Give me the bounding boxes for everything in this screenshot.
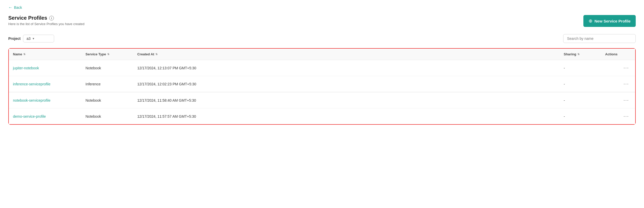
row-created-at: 12/17/2024, 12:02:23 PM GMT+5:30 <box>137 82 564 86</box>
table-row: jupiter-notebook Notebook 12/17/2024, 12… <box>9 60 635 76</box>
col-header-actions: Actions <box>605 52 631 56</box>
row-service-type: Notebook <box>85 98 137 102</box>
search-input-wrap <box>563 34 636 43</box>
row-name-link[interactable]: notebook-serviceprofile <box>13 98 51 102</box>
row-actions: ··· <box>605 96 631 104</box>
new-profile-label: New Service Profile <box>595 19 631 23</box>
col-header-service-type[interactable]: Service Type ⇅ <box>85 52 137 56</box>
new-service-profile-button[interactable]: ⊕ New Service Profile <box>583 15 636 27</box>
sort-name-icon: ⇅ <box>23 53 25 56</box>
col-header-name[interactable]: Name ⇅ <box>13 52 85 56</box>
col-name-label: Name <box>13 52 22 56</box>
plus-circle-icon: ⊕ <box>589 18 592 24</box>
page-title-text: Service Profiles <box>8 15 47 21</box>
back-link[interactable]: ← Back <box>8 5 22 10</box>
row-created-at: 12/17/2024, 12:13:07 PM GMT+5:30 <box>137 66 564 70</box>
col-sharing-label: Sharing <box>564 52 576 56</box>
actions-menu-button[interactable]: ··· <box>621 64 631 72</box>
row-service-type: Notebook <box>85 66 137 70</box>
row-name: notebook-serviceprofile <box>13 98 85 102</box>
page-subtitle: Here is the list of Service Profiles you… <box>8 22 84 26</box>
row-actions: ··· <box>605 80 631 88</box>
table-row: demo-service-profile Notebook 12/17/2024… <box>9 108 635 124</box>
row-actions: ··· <box>605 113 631 120</box>
row-sharing: - <box>564 82 605 86</box>
page-container: ← Back Service Profiles i Here is the li… <box>0 0 644 208</box>
row-sharing: - <box>564 114 605 118</box>
row-actions: ··· <box>605 64 631 72</box>
project-value: a3 <box>26 36 31 41</box>
back-arrow-icon: ← <box>8 5 12 10</box>
back-label: Back <box>14 5 22 10</box>
col-created-at-label: Created At <box>137 52 154 56</box>
project-label: Project <box>8 36 20 41</box>
row-name-link[interactable]: demo-service-profile <box>13 114 46 118</box>
table-row: inference-serviceprofile Inference 12/17… <box>9 76 635 92</box>
row-name: inference-serviceprofile <box>13 82 85 86</box>
sort-sharing-icon: ⇅ <box>577 53 579 56</box>
project-select-dropdown[interactable]: a3 ▾ <box>23 35 54 42</box>
page-title: Service Profiles i <box>8 15 84 21</box>
service-profiles-table: Name ⇅ Service Type ⇅ Created At ⇅ Shari… <box>8 48 636 125</box>
row-sharing: - <box>564 98 605 102</box>
actions-menu-button[interactable]: ··· <box>621 96 631 104</box>
row-name: demo-service-profile <box>13 114 85 118</box>
header-left: Service Profiles i Here is the list of S… <box>8 15 84 26</box>
actions-menu-button[interactable]: ··· <box>621 113 631 120</box>
row-service-type: Inference <box>85 82 137 86</box>
col-service-type-label: Service Type <box>85 52 106 56</box>
chevron-down-icon: ▾ <box>33 37 34 40</box>
row-name-link[interactable]: jupiter-notebook <box>13 66 39 70</box>
col-actions-label: Actions <box>605 52 618 56</box>
sort-service-type-icon: ⇅ <box>107 53 109 56</box>
project-filter: Project a3 ▾ <box>8 35 54 42</box>
table-header: Name ⇅ Service Type ⇅ Created At ⇅ Shari… <box>9 49 635 60</box>
actions-menu-button[interactable]: ··· <box>621 80 631 88</box>
filters-row: Project a3 ▾ <box>8 34 636 43</box>
sort-created-at-icon: ⇅ <box>155 53 158 56</box>
header-row: Service Profiles i Here is the list of S… <box>8 15 636 27</box>
row-service-type: Notebook <box>85 114 137 118</box>
table-row: notebook-serviceprofile Notebook 12/17/2… <box>9 92 635 108</box>
row-sharing: - <box>564 66 605 70</box>
col-header-created-at[interactable]: Created At ⇅ <box>137 52 564 56</box>
row-name: jupiter-notebook <box>13 66 85 70</box>
search-input[interactable] <box>563 34 636 43</box>
row-created-at: 12/17/2024, 11:57:57 AM GMT+5:30 <box>137 114 564 118</box>
col-header-sharing[interactable]: Sharing ⇅ <box>564 52 605 56</box>
info-icon[interactable]: i <box>49 16 54 20</box>
row-name-link[interactable]: inference-serviceprofile <box>13 82 51 86</box>
row-created-at: 12/17/2024, 11:58:40 AM GMT+5:30 <box>137 98 564 102</box>
